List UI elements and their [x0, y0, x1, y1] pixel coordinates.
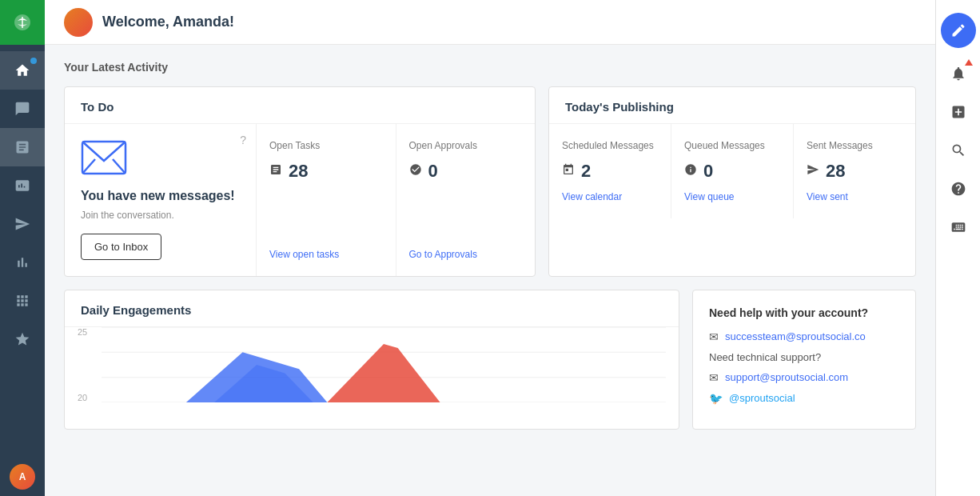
help-email-item: ✉ successteam@sproutsocial.co — [709, 330, 899, 343]
page-title: Welcome, Amanda! — [102, 14, 234, 30]
todo-messages-section: ? You have new messages! Join the con — [65, 124, 257, 276]
home-badge — [30, 58, 37, 64]
chart-y-labels: 25 20 — [78, 327, 87, 402]
queued-value: 0 — [703, 161, 713, 182]
support-email-icon: ✉ — [709, 371, 719, 384]
approvals-icon — [409, 163, 422, 179]
todo-inner: ? You have new messages! Join the con — [65, 124, 535, 276]
chart-svg — [102, 327, 666, 402]
sent-icon — [807, 163, 819, 179]
todo-card-title: To Do — [65, 87, 535, 124]
scheduled-value: 2 — [581, 161, 591, 182]
sent-col: Sent Messages 28 View sent — [794, 124, 915, 218]
sidebar-item-stars[interactable] — [0, 320, 45, 358]
y-label-20: 20 — [78, 393, 87, 402]
open-tasks-value: 28 — [289, 161, 308, 182]
help-button[interactable] — [939, 170, 978, 208]
todo-card: To Do ? — [64, 86, 536, 277]
notification-badge — [965, 59, 973, 66]
sidebar-item-home[interactable] — [0, 51, 45, 90]
right-action-bar — [935, 0, 980, 496]
svg-marker-8 — [327, 344, 440, 402]
main-content: Welcome, Amanda! Your Latest Activity To… — [45, 0, 935, 496]
publishing-card: Today's Publishing Scheduled Messages 2 … — [548, 86, 916, 277]
go-to-inbox-button[interactable]: Go to Inbox — [81, 234, 161, 260]
notification-button[interactable] — [939, 54, 978, 93]
svg-line-2 — [113, 159, 125, 174]
sent-value-row: 28 — [807, 161, 902, 182]
chart-container: 25 20 — [65, 327, 679, 415]
sidebar-item-tasks[interactable] — [0, 128, 45, 166]
open-approvals-label: Open Approvals — [409, 140, 523, 151]
cards-row: To Do ? — [64, 86, 916, 277]
y-label-25: 25 — [78, 327, 87, 337]
tasks-icon — [269, 163, 282, 179]
sidebar-item-analytics[interactable] — [0, 243, 45, 282]
mail-envelope-icon — [81, 140, 127, 175]
header: Welcome, Amanda! — [45, 0, 935, 45]
view-calendar-link[interactable]: View calendar — [562, 191, 658, 202]
content-area: Your Latest Activity To Do ? — [45, 45, 935, 496]
publishing-card-title: Today's Publishing — [549, 87, 915, 124]
queue-icon — [684, 163, 697, 179]
section-title: Your Latest Activity — [64, 61, 916, 74]
sidebar-logo[interactable] — [0, 0, 45, 45]
open-tasks-value-row: 28 — [269, 161, 383, 182]
support-title: Need technical support? — [709, 351, 899, 363]
support-email-item: ✉ support@sproutsocial.com — [709, 371, 899, 384]
scheduled-col: Scheduled Messages 2 View calendar — [549, 124, 671, 218]
scheduled-value-row: 2 — [562, 161, 658, 182]
queued-value-row: 0 — [684, 161, 780, 182]
sent-label: Sent Messages — [807, 140, 902, 151]
chart-svg-area — [102, 327, 666, 402]
help-icon[interactable]: ? — [240, 134, 246, 146]
queued-label: Queued Messages — [684, 140, 780, 151]
open-approvals-value-row: 0 — [409, 161, 523, 182]
sidebar-avatar[interactable]: A — [0, 458, 45, 496]
email-icon: ✉ — [709, 330, 719, 343]
support-email-link[interactable]: support@sproutsocial.com — [725, 371, 848, 383]
help-card: Need help with your account? ✉ successte… — [692, 290, 916, 430]
bottom-row: Daily Engagements 25 20 — [64, 290, 916, 430]
open-tasks-col: Open Tasks 28 View open tasks — [257, 124, 396, 276]
sidebar-item-reports[interactable] — [0, 166, 45, 205]
open-tasks-label: Open Tasks — [269, 140, 383, 151]
twitter-item: 🐦 @sproutsocial — [709, 392, 899, 405]
engagement-card-title: Daily Engagements — [65, 290, 679, 327]
help-account-title: Need help with your account? — [709, 306, 899, 319]
add-button[interactable] — [939, 93, 978, 131]
view-queue-link[interactable]: View queue — [684, 191, 780, 202]
sidebar-item-messages[interactable] — [0, 90, 45, 128]
sidebar-item-apps[interactable] — [0, 282, 45, 320]
mail-icon-wrapper — [81, 140, 127, 178]
user-avatar: A — [10, 464, 35, 490]
compose-button[interactable] — [941, 13, 976, 48]
queued-col: Queued Messages 0 View queue — [671, 124, 794, 218]
search-button[interactable] — [939, 131, 978, 170]
sidebar-item-publish[interactable] — [0, 205, 45, 243]
view-sent-link[interactable]: View sent — [807, 191, 902, 202]
svg-line-1 — [82, 159, 95, 174]
twitter-icon: 🐦 — [709, 392, 723, 405]
sidebar: A — [0, 0, 45, 496]
calendar-icon — [562, 163, 575, 179]
keyboard-button[interactable] — [939, 208, 978, 246]
go-to-approvals-link[interactable]: Go to Approvals — [409, 249, 523, 260]
twitter-link[interactable]: @sproutsocial — [729, 392, 795, 404]
engagement-card: Daily Engagements 25 20 — [64, 290, 679, 430]
publishing-inner: Scheduled Messages 2 View calendar Queue… — [549, 124, 915, 218]
scheduled-label: Scheduled Messages — [562, 140, 658, 151]
open-approvals-value: 0 — [428, 161, 438, 182]
header-avatar — [64, 8, 93, 37]
todo-stats: Open Tasks 28 View open tasks Open — [257, 124, 535, 276]
view-open-tasks-link[interactable]: View open tasks — [269, 249, 383, 260]
open-approvals-col: Open Approvals 0 Go to Approvals — [396, 124, 536, 276]
messages-sub: Join the conversation. — [81, 210, 174, 221]
messages-title: You have new messages! — [81, 188, 235, 205]
sent-value: 28 — [826, 161, 845, 182]
help-email-link[interactable]: successteam@sproutsocial.co — [725, 330, 866, 342]
sidebar-nav — [0, 45, 45, 458]
